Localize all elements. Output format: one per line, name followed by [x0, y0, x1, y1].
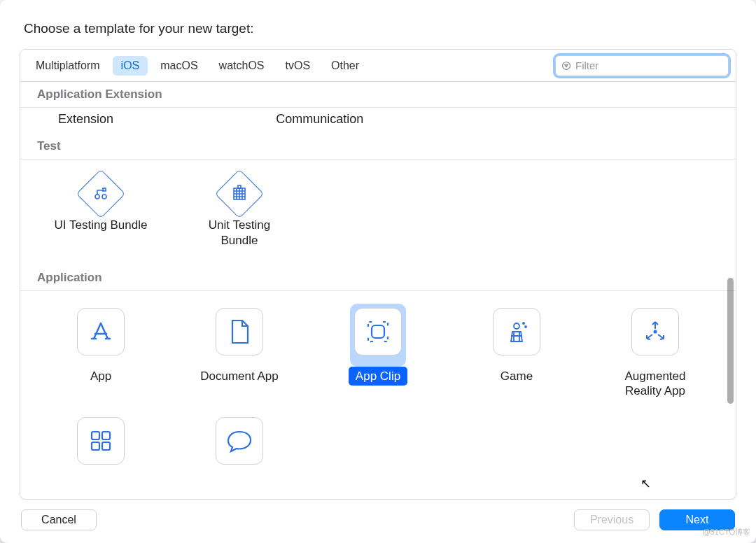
template-augmented-reality-app[interactable]: Augmented Reality App [589, 304, 722, 401]
svg-point-7 [514, 323, 519, 329]
application-grid: App Document App [20, 291, 736, 499]
tab-ios[interactable]: iOS [113, 56, 148, 76]
svg-point-10 [654, 330, 656, 332]
template-list: Application Extension Extension Communic… [20, 82, 736, 500]
section-header-application: Application [20, 265, 736, 291]
grid-icon [77, 417, 125, 465]
svg-point-8 [523, 323, 524, 324]
game-icon [493, 308, 540, 355]
watermark: @51CTO博客 [703, 527, 750, 537]
svg-rect-6 [372, 325, 384, 338]
column-communication: Communication [269, 112, 486, 127]
section-app-extension-row: Extension Communication [20, 108, 736, 134]
template-label: Augmented Reality App [618, 367, 693, 401]
template-label: App Clip [349, 367, 407, 386]
template-message-app[interactable] [173, 413, 306, 493]
filter-field[interactable] [555, 55, 729, 76]
column-extension: Extension [37, 112, 269, 127]
section-header-test: Test [20, 134, 736, 160]
prompt-label: Choose a template for your new target: [0, 0, 756, 49]
tab-watchos[interactable]: watchOS [211, 56, 273, 76]
svg-point-2 [102, 195, 106, 199]
message-icon [216, 417, 263, 465]
template-label: Document App [193, 367, 286, 386]
template-label [232, 476, 246, 493]
filter-icon [561, 61, 571, 71]
svg-rect-13 [92, 442, 99, 450]
template-app[interactable]: App [34, 304, 167, 401]
template-label: Game [493, 367, 540, 386]
document-icon [216, 308, 263, 355]
svg-point-1 [95, 195, 99, 199]
template-ui-testing-bundle[interactable]: UI Testing Bundle [34, 172, 167, 250]
svg-rect-14 [102, 442, 110, 450]
test-grid: UI Testing Bundle Unit Testing Bundle [20, 160, 736, 265]
svg-rect-12 [102, 432, 110, 439]
tab-macos[interactable]: macOS [152, 56, 206, 76]
template-chooser-sheet: Choose a template for your new target: M… [0, 0, 756, 543]
scrollbar-thumb[interactable] [727, 278, 734, 404]
ui-testing-icon [76, 169, 126, 219]
ar-icon [631, 308, 679, 355]
tab-tvos[interactable]: tvOS [277, 56, 319, 76]
footer: Cancel Previous Next [0, 500, 756, 543]
scrollbar[interactable] [727, 278, 734, 460]
filter-input[interactable] [575, 59, 722, 71]
cancel-button[interactable]: Cancel [21, 509, 97, 530]
template-label: Unit Testing Bundle [202, 216, 278, 250]
svg-rect-11 [92, 432, 99, 439]
template-game[interactable]: Game [450, 304, 583, 401]
unit-testing-icon [215, 169, 265, 219]
template-label: UI Testing Bundle [48, 216, 155, 234]
template-grid-app[interactable] [34, 413, 167, 493]
app-icon [77, 308, 125, 355]
tab-multiplatform[interactable]: Multiplatform [27, 56, 108, 76]
app-clip-icon [354, 308, 402, 355]
template-app-clip[interactable]: App Clip [312, 304, 444, 401]
svg-point-9 [525, 326, 526, 327]
template-label: App [83, 367, 118, 386]
section-header-app-extension: Application Extension [20, 82, 736, 108]
scroll-region[interactable]: Application Extension Extension Communic… [20, 82, 736, 499]
tab-other[interactable]: Other [323, 56, 368, 76]
previous-button[interactable]: Previous [574, 509, 650, 530]
svg-rect-5 [238, 185, 241, 188]
template-document-app[interactable]: Document App [173, 304, 306, 401]
platform-tabbar: Multiplatform iOS macOS watchOS tvOS Oth… [20, 49, 736, 82]
template-unit-testing-bundle[interactable]: Unit Testing Bundle [173, 172, 306, 250]
template-label [94, 476, 108, 493]
